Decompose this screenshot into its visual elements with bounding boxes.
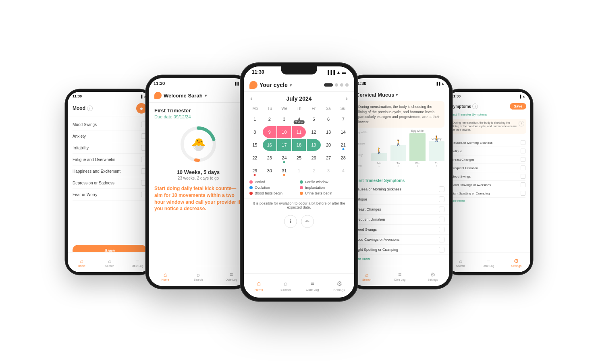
search-icon-center: ⌕ [284,280,288,287]
legend-dot-urine [300,192,303,195]
legend-period: Period [249,180,298,184]
cal-day-24[interactable]: 24 [277,152,291,164]
cb-spotting[interactable] [439,247,444,252]
cal-day-12[interactable]: 12 [307,126,321,138]
cm-bar-mo-bar: 🚶 [371,153,387,161]
cal-day-3[interactable]: 3 [277,113,291,125]
cal-day-31[interactable]: 31 [277,165,291,177]
tab-home-home[interactable]: ⌂ Home [149,271,182,281]
cm-info-box: During menstruation, the body is sheddin… [355,101,444,128]
cb-breast-sm[interactable] [521,157,525,162]
tab-settings-settings[interactable]: ⚙ Settings [502,258,530,267]
cal-day-23[interactable]: 23 [263,152,277,164]
cal-day-15[interactable]: 15 [248,139,262,151]
legend-implantation: Implantation [300,186,349,190]
tab-home-mood[interactable]: ⌂ Home [68,258,96,267]
cal-day-27[interactable]: 27 [322,152,336,164]
chevron-center[interactable]: ▾ [290,83,292,87]
cal-day-18[interactable]: 18 [292,139,306,151]
cal-grid: Mo Tu We Th Fr Sa Su 1 2 3 4 5 [244,105,354,177]
cal-day-8[interactable]: 8 [248,126,262,138]
cal-day-28[interactable]: 28 [336,152,350,164]
cb-spotting-sm[interactable] [521,191,525,196]
tab-home-center[interactable]: ⌂ Home [245,280,272,292]
cal-day-7[interactable]: 7 [336,113,350,125]
tab-bar-cervical: ⌕ Search ≡ Obie Log ⚙ Settings [350,266,449,286]
cal-day-13[interactable]: 13 [322,126,336,138]
info-icon-sm-box[interactable]: i [519,121,524,126]
cb-mood[interactable] [439,227,444,232]
see-more[interactable]: see more [350,255,449,262]
cal-day-29[interactable]: 29 [248,165,262,177]
mood-title: Mood i [73,105,93,111]
cb-urination[interactable] [439,217,444,222]
cal-day-6[interactable]: 6 [322,113,336,125]
cal-day-26[interactable]: 26 [307,152,321,164]
cal-day-9[interactable]: 9 [263,126,277,138]
prev-month-btn[interactable]: ‹ [250,95,252,102]
cal-day-2[interactable]: 2 [263,113,277,125]
cb-fatigue[interactable] [439,196,444,202]
phone-calendar-inner: 11:30 ▐▐▐ ▲ ▬ Your cycle ▾ [244,66,354,298]
cal-day-30[interactable]: 30 [263,165,277,177]
tab-search-home[interactable]: ⌕ Search [182,271,215,281]
cal-day-n3[interactable]: 3 [322,165,336,177]
tab-obielog-cervical[interactable]: ≡ Obie Log [383,271,416,281]
dot-filled-center [324,83,333,87]
tab-settings-center[interactable]: ⚙ Settings [326,280,353,292]
cal-day-10[interactable]: 10 [277,126,291,138]
cb-nausea-sm[interactable] [521,140,525,145]
cal-day-22[interactable]: 22 [248,152,262,164]
status-bar-cervical: 11:30 ▐▐ ▲ [350,78,449,89]
cal-day-11-today[interactable]: 11 [292,126,306,138]
mood-item-6: Depression or Sadness [73,177,147,189]
notch-center [281,66,317,74]
cal-day-n4[interactable]: 4 [336,165,350,177]
cal-day-16[interactable]: 16 [263,139,277,151]
legend-dot-period [249,180,253,184]
tab-search-center[interactable]: ⌕ Search [272,280,299,292]
sym-breast-sm: Breast Changes [451,155,525,164]
dot-empty-c3 [345,83,349,87]
chevron-cm[interactable]: ▾ [396,93,398,97]
cal-day-n2[interactable]: 2 [307,165,321,177]
tab-obielog-center[interactable]: ≡ Obie Log [299,280,326,292]
info-icon-sym[interactable]: i [472,103,478,109]
chevron-home[interactable]: ▾ [205,93,207,98]
cal-day-20[interactable]: 20 [322,139,336,151]
tab-obielog-settings[interactable]: ≡ Obie Log [474,258,502,267]
cal-day-5[interactable]: 5 [307,113,321,125]
info-btn-cal[interactable]: ℹ [284,215,297,228]
cal-day-25[interactable]: 25 [292,152,306,164]
cb-mood-sm[interactable] [521,174,525,179]
cb-cravings-sm[interactable] [521,182,525,187]
cal-day-21[interactable]: 21 [336,139,350,151]
phone-home: 11:30 ▐▐ ▲ Welcome Sarah ▾ [146,75,251,289]
cb-cravings[interactable] [439,237,444,242]
info-icon-mood[interactable]: i [87,105,93,111]
cb-nausea[interactable] [439,186,444,192]
tab-settings-cervical[interactable]: ⚙ Settings [416,271,449,281]
search-icon-mood: ⌕ [108,258,111,264]
tab-bar-settings: ⌕ Search ≡ Obie Log ⚙ Settings [446,252,530,272]
cb-urination-sm[interactable] [521,165,525,170]
save-btn-sm[interactable]: Save [510,103,526,110]
signal-home: ▐▐ [234,82,239,85]
home-screen: 11:30 ▐▐ ▲ Welcome Sarah ▾ [149,78,248,286]
cb-breast[interactable] [439,207,444,212]
cal-day-n1[interactable]: 1 [292,165,306,177]
cal-day-19[interactable]: 19 [307,139,321,151]
time-mood: 11:30 [73,94,82,98]
mood-item-4: Fatigue and Overwhelm [73,154,147,165]
edit-btn-cal[interactable]: ✏ [301,215,314,228]
see-more-sm[interactable]: see more [451,198,525,204]
next-month-btn[interactable]: › [346,95,348,102]
cal-info-text: It is possible for ovulation to occur a … [244,199,354,212]
cm-chart-area: Egg white Creamy Sticky None 🚶 Mo [355,131,444,175]
cal-day-14[interactable]: 14 [336,126,350,138]
settings-icon-settings: ⚙ [514,258,519,264]
cal-day-17[interactable]: 17 [277,139,291,151]
cb-fatigue-sm[interactable] [521,149,525,153]
cal-day-1[interactable]: 1 [248,113,262,125]
tab-search-mood[interactable]: ⌕ Search [96,258,123,267]
